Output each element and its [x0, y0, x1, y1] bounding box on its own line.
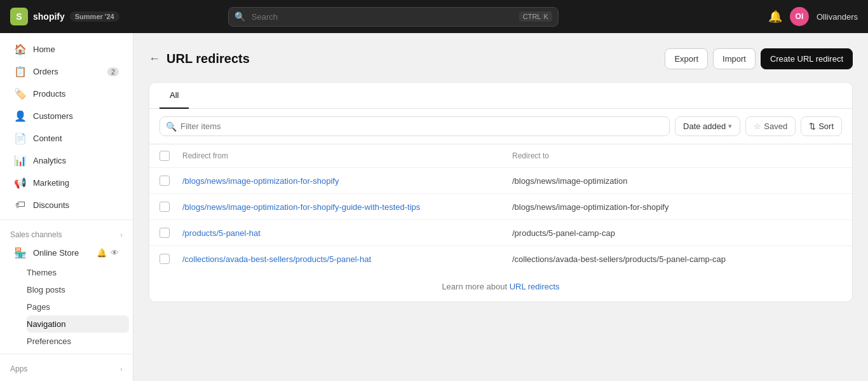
- row-checkbox-0[interactable]: [159, 176, 170, 186]
- table-body: /blogs/news/image-optimization-for-shopi…: [149, 168, 852, 272]
- shopify-logo: S shopify Summer '24: [10, 8, 119, 25]
- sidebar-label-customers: Customers: [33, 111, 73, 121]
- sidebar-divider-1: [0, 219, 133, 220]
- products-icon: 🏷️: [14, 88, 27, 100]
- apps-header: Apps ›: [0, 359, 133, 376]
- search-input[interactable]: [228, 7, 559, 27]
- table-row[interactable]: /products/5-panel-hat /products/5-panel-…: [149, 220, 852, 246]
- sidebar-label-marketing: Marketing: [33, 178, 69, 188]
- row-from-2: /products/5-panel-hat: [182, 228, 512, 238]
- date-chevron-icon: ▾: [728, 122, 732, 130]
- filter-input-wrap: 🔍: [159, 116, 670, 136]
- sidebar-item-blog-posts[interactable]: Blog posts: [27, 281, 129, 298]
- select-all-checkbox[interactable]: [159, 151, 170, 161]
- sidebar-item-settings[interactable]: ⚙️ Settings: [4, 376, 129, 381]
- saved-button[interactable]: ☆ Saved: [745, 116, 796, 136]
- topbar-right: 🔔 OI Ollivanders: [768, 7, 858, 26]
- page-header-right: Export Import Create URL redirect: [665, 48, 853, 69]
- row-checkbox-2[interactable]: [159, 228, 170, 238]
- main-layout: 🏠 Home 📋 Orders 2 🏷️ Products 👤 Customer…: [0, 33, 868, 381]
- avatar: OI: [790, 7, 809, 26]
- sidebar-item-themes[interactable]: Themes: [27, 264, 129, 281]
- date-added-button[interactable]: Date added ▾: [675, 116, 740, 136]
- analytics-icon: 📊: [14, 155, 27, 167]
- sidebar-item-content[interactable]: 📄 Content: [4, 127, 129, 149]
- logo-text: shopify: [33, 11, 65, 22]
- saved-label: Saved: [764, 121, 787, 131]
- url-redirects-link[interactable]: URL redirects: [510, 282, 560, 291]
- import-button[interactable]: Import: [713, 48, 756, 69]
- page-title: URL redirects: [166, 52, 250, 66]
- summer-badge: Summer '24: [70, 11, 119, 22]
- search-bar: 🔍 CTRL K: [228, 7, 559, 27]
- sales-channels-header: Sales channels ›: [0, 225, 133, 242]
- sidebar-label-home: Home: [33, 45, 55, 54]
- content-icon: 📄: [14, 132, 27, 144]
- apps-chevron: ›: [120, 365, 123, 373]
- marketing-icon: 📢: [14, 177, 27, 189]
- notification-icon[interactable]: 🔔: [768, 10, 782, 24]
- table-row[interactable]: /collections/avada-best-sellers/products…: [149, 246, 852, 272]
- create-redirect-button[interactable]: Create URL redirect: [761, 48, 853, 69]
- online-store-sub: Themes Blog posts Pages Navigation Prefe…: [0, 264, 133, 350]
- customers-icon: 👤: [14, 110, 27, 122]
- online-store-icon: 🏪: [14, 247, 27, 259]
- sidebar-item-orders[interactable]: 📋 Orders 2: [4, 60, 129, 83]
- discounts-icon: 🏷: [14, 199, 27, 211]
- table-header: Redirect from Redirect to: [149, 144, 852, 168]
- card-tabs: All: [149, 83, 852, 109]
- row-from-0: /blogs/news/image-optimization-for-shopi…: [182, 176, 512, 186]
- sidebar-item-customers[interactable]: 👤 Customers: [4, 105, 129, 127]
- row-from-1: /blogs/news/image-optimization-for-shopi…: [182, 202, 512, 212]
- apps-label: Apps: [10, 364, 27, 373]
- sidebar-item-online-store[interactable]: 🏪 Online Store 🔔 👁: [4, 242, 129, 264]
- sidebar-label-analytics: Analytics: [33, 156, 66, 165]
- eye-icon[interactable]: 👁: [111, 248, 119, 258]
- header-to: Redirect to: [512, 151, 842, 160]
- row-checkbox-1[interactable]: [159, 202, 170, 212]
- row-checkbox-3[interactable]: [159, 254, 170, 264]
- content-area: ← URL redirects Export Import Create URL…: [133, 33, 868, 381]
- sidebar-item-home[interactable]: 🏠 Home: [4, 38, 129, 60]
- sidebar-item-preferences[interactable]: Preferences: [27, 333, 129, 350]
- table-row[interactable]: /blogs/news/image-optimization-for-shopi…: [149, 194, 852, 220]
- star-icon: ☆: [754, 121, 761, 131]
- search-shortcut: CTRL K: [519, 11, 552, 22]
- footer-text: Learn more about: [442, 282, 509, 291]
- topbar: S shopify Summer '24 🔍 CTRL K 🔔 OI Olliv…: [0, 0, 868, 33]
- sort-label: Sort: [818, 121, 834, 131]
- filter-search-icon: 🔍: [166, 121, 177, 132]
- logo-icon: S: [10, 8, 28, 25]
- orders-badge: 2: [107, 67, 119, 76]
- export-button[interactable]: Export: [665, 48, 708, 69]
- row-from-3: /collections/avada-best-sellers/products…: [182, 254, 512, 264]
- sidebar-item-navigation[interactable]: Navigation: [27, 315, 129, 333]
- sort-icon: ⇅: [809, 121, 816, 131]
- row-to-1: /blogs/news/image-optimization-for-shopi…: [512, 202, 842, 212]
- row-to-2: /products/5-panel-camp-cap: [512, 228, 842, 238]
- redirects-card: All 🔍 Date added ▾ ☆ Saved ⇅ So: [149, 82, 853, 302]
- online-store-label: Online Store: [33, 248, 79, 258]
- sort-button[interactable]: ⇅ Sort: [801, 116, 842, 136]
- store-name: Ollivanders: [817, 12, 858, 22]
- row-to-3: /collections/avada-best-sellers/products…: [512, 254, 842, 264]
- sidebar-item-marketing[interactable]: 📢 Marketing: [4, 172, 129, 194]
- sidebar-item-discounts[interactable]: 🏷 Discounts: [4, 194, 129, 216]
- sidebar-item-pages[interactable]: Pages: [27, 298, 129, 315]
- page-header: ← URL redirects Export Import Create URL…: [149, 48, 853, 69]
- sidebar: 🏠 Home 📋 Orders 2 🏷️ Products 👤 Customer…: [0, 33, 133, 381]
- sidebar-item-products[interactable]: 🏷️ Products: [4, 83, 129, 105]
- filter-input[interactable]: [159, 116, 670, 136]
- table-row[interactable]: /blogs/news/image-optimization-for-shopi…: [149, 168, 852, 194]
- back-arrow[interactable]: ←: [149, 52, 160, 66]
- bell-icon[interactable]: 🔔: [97, 248, 107, 258]
- header-from: Redirect from: [182, 151, 512, 160]
- sales-channels-label: Sales channels: [10, 230, 62, 239]
- tab-all[interactable]: All: [159, 83, 189, 109]
- search-icon: 🔍: [234, 11, 245, 22]
- sidebar-label-products: Products: [33, 89, 65, 99]
- row-to-0: /blogs/news/image-optimization: [512, 176, 842, 186]
- sidebar-item-analytics[interactable]: 📊 Analytics: [4, 149, 129, 172]
- filter-row: 🔍 Date added ▾ ☆ Saved ⇅ Sort: [149, 109, 852, 144]
- sidebar-label-orders: Orders: [33, 67, 58, 76]
